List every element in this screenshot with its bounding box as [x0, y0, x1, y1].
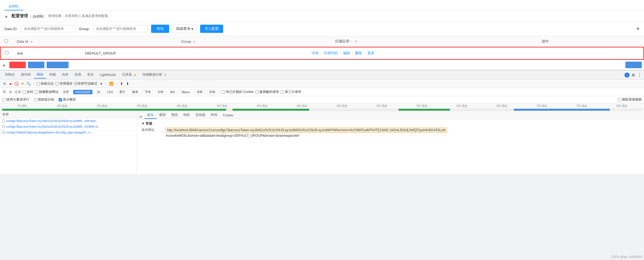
screenshot-checkbox[interactable] — [618, 98, 621, 101]
throttle-dropdown-icon[interactable]: ▾ — [99, 82, 103, 86]
row-checkbox[interactable] — [5, 51, 8, 55]
sort-icon-dataid[interactable]: ⇅ — [30, 40, 33, 43]
config-data-table: test DEFAULT_GROUP 详情 | 示例代码 | 编辑 | 删除 | — [1, 47, 643, 59]
stop-recording-icon[interactable]: ✕ — [2, 82, 7, 86]
refresh-icon[interactable]: ↻ — [2, 90, 7, 94]
clear-icon[interactable]: 🚫 — [14, 82, 19, 86]
action-sample-code[interactable]: 示例代码 — [324, 51, 338, 55]
tab-application[interactable]: 应用 — [72, 71, 84, 79]
filter-fetch-xhr-button[interactable]: Fetch/XHR — [73, 90, 93, 95]
action-edit[interactable]: 编辑 — [343, 51, 350, 55]
sort-icon-app[interactable]: ⇅ — [355, 40, 357, 43]
upload-icon[interactable]: ⬆ — [119, 82, 124, 86]
filter-ws-button[interactable]: WS — [168, 90, 177, 95]
request-row-2[interactable]: configs?&accessToken=eyJhbGciOiJIUzI1NiJ… — [0, 124, 137, 130]
tab-performance[interactable]: 性能 — [47, 71, 59, 79]
filter-all-button[interactable]: 全部 — [60, 89, 71, 95]
tab-security[interactable]: 安全 — [84, 71, 97, 79]
preserve-log-checkbox[interactable] — [36, 82, 40, 85]
wifi-icon[interactable]: 📶 — [109, 82, 114, 86]
tab-console[interactable]: 控制台 — [2, 71, 18, 79]
btn-blue[interactable] — [28, 62, 44, 68]
add-config-button[interactable]: + — [636, 25, 640, 32]
tab-memory[interactable]: 内存 — [59, 71, 71, 79]
req-url-3: configs?dataId=&group=&appName=&config_t… — [6, 131, 135, 134]
settings-icon[interactable]: ⚙ — [632, 73, 635, 77]
group-by-frame-checkbox[interactable] — [34, 98, 37, 101]
btn-blue2[interactable] — [47, 62, 69, 68]
advanced-query-button[interactable]: 高级查询 ▾ — [172, 24, 197, 33]
action-delete[interactable]: 删除 — [355, 51, 362, 55]
request-row-1[interactable]: configs?&accessToken=eyJhbGciOiJIUzI1NiJ… — [0, 118, 137, 124]
detail-tab-cookie[interactable]: Cookie — [220, 112, 236, 119]
nacos-tab-public[interactable]: public — [4, 2, 23, 10]
tl-350ms: 350 毫秒 — [242, 104, 282, 108]
col-group[interactable]: Group ⇅ — [177, 36, 331, 47]
third-party-label: 第三方请求 — [281, 90, 301, 94]
detail-tab-bar: ✕ 标头 载荷 预览 响应 启动器 时间 Cookie — [137, 111, 644, 119]
record-icon[interactable]: ● — [8, 82, 13, 86]
detail-tab-timing[interactable]: 时间 — [208, 112, 220, 119]
toolbar-separator-1 — [33, 82, 34, 86]
filter-media-button[interactable]: 媒体 — [130, 89, 141, 95]
throttle-status: 已停用节流模式 — [74, 81, 97, 86]
detail-tab-preview[interactable]: 预览 — [169, 112, 181, 119]
data-id-input[interactable] — [21, 25, 76, 32]
col-data-id[interactable]: Data Id ⇅ — [12, 36, 177, 47]
detail-close-button[interactable]: ✕ — [139, 115, 142, 119]
filter-doc-button[interactable]: 文档 — [155, 89, 166, 95]
tab-network[interactable]: 网络 — [34, 71, 46, 79]
timeline-track — [2, 109, 642, 111]
detail-tab-headers[interactable]: 标头 — [144, 112, 157, 119]
sort-icon-group[interactable]: ⇅ — [193, 40, 195, 43]
req-checkbox-3[interactable] — [2, 131, 5, 134]
collapse-arrow-bottom[interactable]: ▲ — [2, 63, 6, 67]
detail-tab-initiator[interactable]: 启动器 — [193, 112, 208, 119]
req-url-2: configs?&accessToken=eyJhbGciOiJIUzI1NiJ… — [6, 125, 135, 128]
more-icon[interactable]: ⋮ — [637, 72, 642, 78]
tab-lighthouse[interactable]: Lighthouse — [97, 72, 119, 78]
req-checkbox-1[interactable] — [2, 119, 5, 122]
action-detail[interactable]: 详情 — [311, 51, 319, 55]
invert-checkbox[interactable] — [22, 90, 26, 94]
request-row-3[interactable]: configs?dataId=&group=&appName=&config_t… — [0, 130, 137, 135]
detail-tab-payload[interactable]: 载荷 — [157, 112, 169, 119]
download-icon[interactable]: ⬇ — [125, 82, 130, 86]
req-checkbox-2[interactable] — [2, 125, 5, 128]
tab-perf-insights[interactable]: 性能数据分析 ▲ — [140, 71, 170, 79]
detail-tab-response[interactable]: 响应 — [181, 112, 193, 119]
filter-other-button[interactable]: 其他 — [207, 89, 218, 95]
tl-150ms: 150 毫秒 — [82, 104, 122, 108]
third-party-checkbox[interactable] — [281, 90, 284, 94]
filter-css-button[interactable]: CSS — [104, 90, 116, 95]
requests-list[interactable]: 名称 configs?&accessToken=eyJhbGciOiJIUzI1… — [0, 111, 137, 174]
show-overview-checkbox[interactable] — [59, 98, 62, 101]
timeline-bar-green2 — [232, 109, 309, 111]
filter-font-button[interactable]: 字体 — [142, 89, 153, 95]
tab-recorder[interactable]: 记录器 ▲ — [119, 71, 139, 79]
config-toolbar: Data ID: Group: 查询 高级查询 ▾ 导入配置 + — [0, 22, 644, 36]
btn-red[interactable] — [9, 62, 26, 68]
filter-wasm-button[interactable]: Wasm — [179, 90, 192, 95]
blocked-requests-checkbox[interactable] — [255, 90, 259, 94]
filter-img-button[interactable]: 图片 — [117, 89, 128, 95]
req-url-1: configs?&accessToken=eyJhbGciOiJIUzI1NiJ… — [6, 119, 135, 122]
select-all-checkbox[interactable] — [4, 39, 8, 43]
disable-cache-checkbox[interactable] — [55, 82, 59, 85]
cookie-blocked-checkbox[interactable] — [222, 90, 225, 94]
filter-js-button[interactable]: JS — [94, 90, 103, 95]
col-app[interactable]: 归属应用： ⇅ — [331, 36, 537, 47]
stop-icon[interactable]: ⊙ — [8, 90, 13, 94]
filter-icon[interactable]: ▼ — [20, 82, 25, 86]
filter-manifest-button[interactable]: 清单 — [194, 89, 205, 95]
hide-urls-checkbox[interactable] — [35, 90, 38, 94]
tab-source[interactable]: 源代码 — [18, 71, 33, 79]
collapse-arrow-top[interactable]: ▲ — [4, 14, 8, 18]
large-rows-checkbox[interactable] — [2, 98, 5, 101]
btn-blue3[interactable] — [625, 62, 642, 68]
search-icon[interactable]: 🔍 — [26, 82, 31, 86]
group-input[interactable] — [93, 25, 148, 32]
import-config-button[interactable]: 导入配置 — [200, 25, 223, 33]
query-button[interactable]: 查询 — [151, 25, 169, 33]
action-more[interactable]: 更多 — [367, 51, 375, 55]
